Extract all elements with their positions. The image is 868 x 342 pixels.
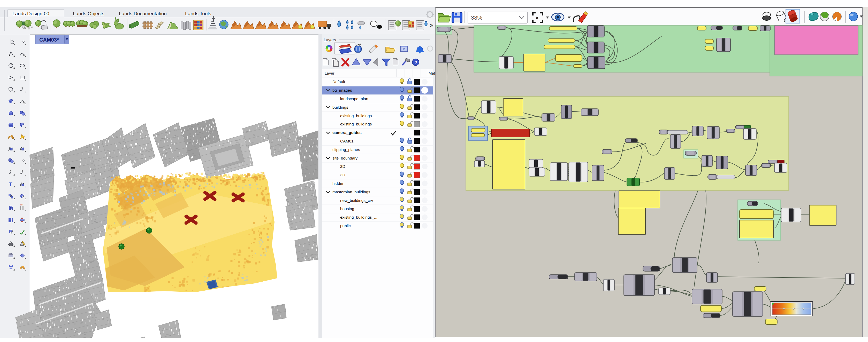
svg-text:Layer: Layer xyxy=(325,71,335,75)
svg-text:public: public xyxy=(340,224,351,228)
svg-text:existing_buildings: existing_buildings xyxy=(340,122,372,126)
svg-text:existing_buildings_...: existing_buildings_... xyxy=(340,113,377,118)
svg-text:CAM03*: CAM03* xyxy=(39,37,59,43)
svg-text:buildings: buildings xyxy=(333,105,348,109)
svg-text:»: » xyxy=(430,21,433,29)
svg-text:hidden: hidden xyxy=(333,181,345,185)
svg-text:3D: 3D xyxy=(340,173,345,177)
svg-text:housing: housing xyxy=(340,206,354,211)
svg-text:site_boundary: site_boundary xyxy=(333,156,358,160)
svg-text:T: T xyxy=(9,181,12,187)
svg-text:38%: 38% xyxy=(471,14,482,21)
svg-text:2D: 2D xyxy=(340,164,345,169)
svg-text:↑↑↑: ↑↑↑ xyxy=(20,203,24,206)
svg-text:new_buildings_crv: new_buildings_crv xyxy=(340,198,373,203)
svg-text:Lands Tools: Lands Tools xyxy=(185,11,211,16)
svg-text:Lands Design 00: Lands Design 00 xyxy=(12,11,50,16)
svg-text:?: ? xyxy=(414,60,417,65)
svg-text:×: × xyxy=(535,15,539,21)
svg-text:Default: Default xyxy=(333,79,345,84)
svg-text:CAM01: CAM01 xyxy=(340,139,353,143)
svg-text:camera_guides: camera_guides xyxy=(333,130,362,135)
svg-text:bg_images: bg_images xyxy=(333,88,352,93)
svg-text:Layers: Layers xyxy=(323,38,336,42)
svg-text:existing_buildings_...: existing_buildings_... xyxy=(340,215,377,219)
svg-text:landscape_plan: landscape_plan xyxy=(340,97,368,101)
svg-text:masterplan_buildings: masterplan_buildings xyxy=(333,190,370,194)
svg-text:Lands Objects: Lands Objects xyxy=(73,11,104,16)
svg-text:⚙: ⚙ xyxy=(403,47,406,51)
svg-text:clipping_planes: clipping_planes xyxy=(333,147,360,152)
svg-text:Lands Documentation: Lands Documentation xyxy=(119,11,167,16)
